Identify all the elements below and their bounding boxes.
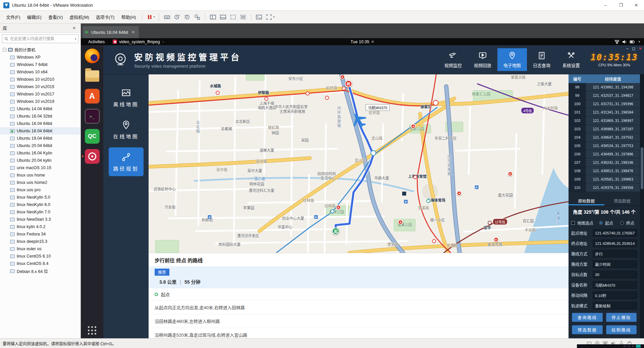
vm-list-item[interactable]: Ubuntu 18.04 64bit [0,127,80,135]
vm-list-item[interactable]: linux CentOS 8.4 [0,260,80,267]
vm-list-item[interactable]: Ubuntu 20.04 64bit [0,142,80,149]
dock-ubuntu-software-icon[interactable]: A [84,88,100,104]
field-input[interactable]: 重新绘制 [593,302,637,309]
vm-list-item[interactable]: Ubuntu 16.04 64bit [0,120,80,127]
dock-video-app-icon[interactable] [84,148,100,164]
dock-qc-icon[interactable]: QC [84,128,100,144]
menu-item[interactable]: 文件(F) [3,12,24,22]
table-row[interactable]: 98121.433002,31.194208 [569,83,640,91]
tab-filtered-data[interactable]: 筛选数据 [604,196,640,205]
route-summary[interactable]: 推荐 3.8 公里 | 55 分钟 [149,266,569,288]
vm-list-item[interactable]: Windows 7 64bit [0,61,80,68]
vm-list-item[interactable]: Windows XP [0,54,80,61]
snapshot-take-button[interactable] [172,12,182,22]
minimize-button[interactable]: – [598,0,613,10]
app-indicator-menu[interactable]: video_system_ffmpeg ▾ [109,40,167,44]
virtual-console-button[interactable] [254,12,264,22]
dock-terminal-icon[interactable]: >_ [84,108,100,124]
search-filter-caret-icon[interactable]: ▾ [75,38,76,41]
vm-list-item[interactable]: linux NeoKylin 7.0 [0,208,80,216]
table-row[interactable]: 110121.429379,31.199356 [569,184,640,192]
vm-list-item[interactable]: linux uos home2 [0,179,80,186]
sidebar-item-online-map[interactable]: 在线地图 [109,115,144,144]
vm-list-item[interactable]: linux deepin15.3 [0,238,80,245]
nav-emap[interactable]: 电子地图 [497,48,527,71]
menu-item[interactable]: 帮助(H) [118,12,139,22]
fullscreen-button[interactable]: ▾ [264,12,276,22]
fit-guest-button[interactable] [228,12,238,22]
vm-list-item[interactable]: Ubuntu 20.04 kylin [0,157,80,164]
nav-video-playback[interactable]: 视频回放 [468,48,497,71]
vm-list-item[interactable]: Windows 10 vs2015 [0,83,80,90]
vm-list-item[interactable]: linux kylin 4.0.2 [0,223,80,230]
search-input[interactable] [10,37,72,41]
table-row[interactable]: 101121.431341,31.196584 [569,108,640,117]
field-input[interactable]: 121.425740,31.176567 [593,229,637,237]
tab-ubuntu-1804[interactable]: Ubuntu 18.04 64bit ✕ [83,26,139,38]
field-input[interactable]: 最少时间 [593,260,637,268]
menu-item[interactable]: 查看(V) [45,12,66,22]
vm-list-item[interactable]: Windows 10 vs2010 [0,76,80,83]
field-input[interactable]: 马航MH370 [593,281,637,289]
vm-list-item[interactable]: Windows 10 x64 [0,68,80,76]
panel-button[interactable]: 绘制路线 [606,325,637,334]
nav-video-monitor[interactable]: 视频监控 [438,48,468,71]
fit-window-button[interactable] [238,12,248,22]
vm-list-item[interactable]: Ubuntu 16.04 Kylin [0,149,80,157]
field-input[interactable]: 121.428545,31.203614 [593,239,637,247]
panel-button[interactable]: 筛选数据 [572,325,603,334]
tab-close-icon[interactable]: ✕ [131,30,136,34]
panel-button[interactable]: 停止模拟 [606,313,637,322]
table-row[interactable]: 105121.430534,31.197753 [569,142,640,150]
app-maximize-button[interactable]: ◻ [632,46,635,51]
table-row[interactable]: 108121.430013,31.198476 [569,167,640,175]
table-row[interactable]: 99121.432537,31.194817 [569,91,640,100]
panel-button[interactable]: 查询路线 [572,313,603,322]
show-thumbnails-button[interactable] [218,12,228,22]
panel-scrollbar[interactable] [640,74,644,338]
vm-list-item[interactable]: linux euler os [0,245,80,253]
vm-list-item[interactable]: linux uos pro [0,186,80,194]
vm-list-item[interactable]: Windows 10 vs2017 [0,90,80,98]
snapshot-manager-button[interactable] [192,12,202,22]
vm-list-item[interactable]: Ubuntu 16.04 32bit [0,113,80,120]
taskbar-app-icon[interactable] [636,345,641,348]
vm-list-item[interactable]: linux CentOS 6.10 [0,253,80,260]
pause-button[interactable]: ▾ [145,13,156,21]
app-minimize-button[interactable]: – [626,46,629,51]
send-ctrl-alt-del-button[interactable] [162,12,172,22]
library-close-icon[interactable]: ✕ [70,25,78,31]
close-button[interactable]: ✕ [629,0,644,10]
map-canvas[interactable]: 安东小区水城路伊犁路虹桥路之俊大厦肇嘉浜路徐家汇公园大木桥路徐家汇上海千禧海鸥大… [149,74,569,253]
vm-list-item[interactable]: linux NeoKylin 6.0 [0,201,80,208]
show-library-button[interactable] [208,12,218,22]
nav-system-settings[interactable]: 系统设置 [556,48,586,71]
vm-list-item[interactable]: Ubuntu 19.04 64bit [0,135,80,142]
table-row[interactable]: 106121.430499,31.197806 [569,150,640,158]
system-tray[interactable]: ▾ [615,40,644,44]
table-row[interactable]: 103121.430989,31.197107 [569,125,640,133]
start-radio[interactable] [599,221,603,225]
snapshot-revert-button[interactable] [182,12,192,22]
maximize-button[interactable]: ❐ [613,0,629,10]
table-row[interactable]: 102121.431069,31.196997 [569,117,640,125]
vm-list-item[interactable]: unix macOS 10.15 [0,164,80,171]
end-radio[interactable] [620,221,624,225]
table-row[interactable]: 109121.429581,31.199063 [569,175,640,184]
topbar-clock[interactable]: Tue 10:35 [351,40,374,44]
sidebar-item-offline-map[interactable]: 离线地图 [109,83,144,112]
vm-list-item[interactable]: linux Fedora 34 [0,230,80,238]
field-input[interactable]: 步行 [593,250,637,258]
menu-item[interactable]: 虚拟机(M) [66,12,93,22]
plane-marker[interactable] [348,110,368,130]
vm-list-item[interactable]: linux uos home [0,171,80,179]
route-start-marker[interactable]: 起 [332,227,339,235]
tab-raw-data[interactable]: 原始数据 [569,196,604,205]
route-end-marker[interactable]: 终 [345,80,352,87]
vm-list-item[interactable]: linux NewStart 3.3 [0,216,80,223]
nav-log-query[interactable]: 日志查询 [527,48,556,71]
app-close-button[interactable]: ✕ [639,46,642,51]
vm-list-item[interactable]: Windows 10 vs2019 [0,98,80,105]
field-input[interactable]: 30 [593,271,637,278]
table-row[interactable]: 104121.430647,31.197592 [569,133,640,142]
